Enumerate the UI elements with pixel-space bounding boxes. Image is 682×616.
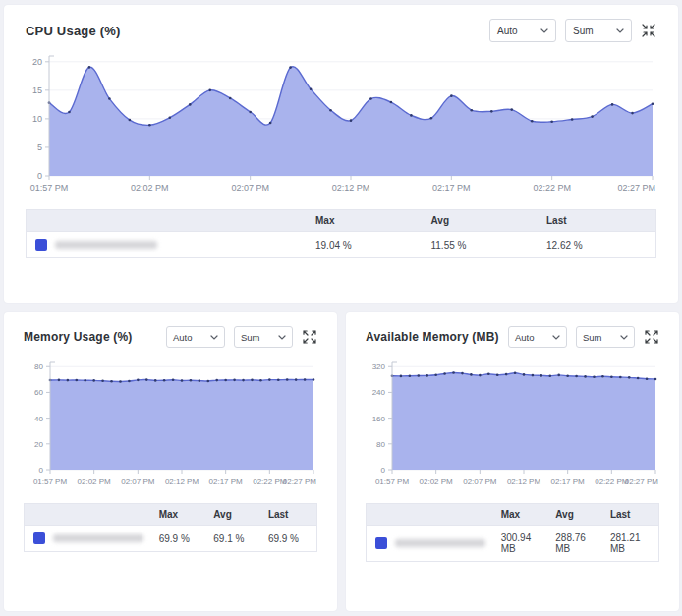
svg-text:02:02 PM: 02:02 PM bbox=[131, 183, 169, 193]
collapse-icon bbox=[642, 24, 655, 37]
expand-button[interactable] bbox=[302, 329, 317, 345]
svg-text:02:27 PM: 02:27 PM bbox=[625, 477, 659, 486]
select-value: Sum bbox=[241, 332, 260, 343]
svg-text:80: 80 bbox=[376, 440, 385, 449]
legend-series-row[interactable]: 19.04 % 11.55 % 12.62 % bbox=[27, 232, 656, 258]
panel-title: Memory Usage (%) bbox=[24, 330, 133, 344]
svg-text:10: 10 bbox=[32, 114, 42, 124]
chevron-down-icon bbox=[210, 335, 218, 340]
panel-title: Available Memory (MB) bbox=[366, 330, 499, 344]
memory-legend-table: Max Avg Last 69.9 % 69.1 % 69.9 % bbox=[24, 503, 317, 552]
svg-text:02:27 PM: 02:27 PM bbox=[283, 477, 317, 486]
svg-text:02:27 PM: 02:27 PM bbox=[617, 183, 655, 193]
svg-text:20: 20 bbox=[34, 440, 43, 449]
svg-text:15: 15 bbox=[32, 85, 42, 95]
legend-max-value: 300.94 MB bbox=[495, 526, 550, 562]
legend-last-value: 12.62 % bbox=[540, 232, 656, 258]
legend-last-value: 281.21 MB bbox=[604, 526, 659, 562]
aggregation-select[interactable]: Sum bbox=[234, 326, 293, 348]
legend-header-row: Max Avg Last bbox=[25, 504, 317, 526]
svg-text:01:57 PM: 01:57 PM bbox=[30, 183, 69, 193]
cpu-usage-panel: CPU Usage (%) Auto Sum 0510152001:57 PM0… bbox=[4, 5, 678, 303]
legend-header-row: Max Avg Last bbox=[367, 504, 659, 526]
legend-header-avg: Avg bbox=[549, 504, 604, 526]
legend-series-row[interactable]: 69.9 % 69.1 % 69.9 % bbox=[25, 526, 317, 552]
memory-panel-header: Memory Usage (%) Auto Sum bbox=[24, 326, 317, 348]
available-memory-area-chart[interactable]: 08016024032001:57 PM02:02 PM02:07 PM02:1… bbox=[366, 354, 659, 491]
svg-text:02:22 PM: 02:22 PM bbox=[533, 183, 571, 193]
select-value: Auto bbox=[515, 332, 535, 343]
time-range-select[interactable]: Auto bbox=[508, 326, 567, 348]
chevron-down-icon bbox=[620, 335, 628, 340]
cpu-usage-area-chart[interactable]: 0510152001:57 PM02:02 PM02:07 PM02:12 PM… bbox=[26, 48, 656, 197]
legend-header-last: Last bbox=[604, 504, 659, 526]
cpu-legend-table: Max Avg Last 19.04 % 11.55 % 12.62 % bbox=[26, 209, 656, 258]
svg-text:02:02 PM: 02:02 PM bbox=[420, 477, 454, 486]
legend-series-row[interactable]: 300.94 MB 288.76 MB 281.21 MB bbox=[367, 526, 659, 562]
svg-text:01:57 PM: 01:57 PM bbox=[33, 477, 68, 486]
legend-max-value: 19.04 % bbox=[310, 232, 426, 258]
svg-text:02:22 PM: 02:22 PM bbox=[253, 477, 287, 486]
svg-text:40: 40 bbox=[34, 415, 43, 423]
expand-button[interactable] bbox=[644, 329, 659, 345]
collapse-button[interactable] bbox=[641, 23, 656, 38]
series-name-redacted bbox=[395, 539, 485, 547]
svg-text:5: 5 bbox=[37, 142, 42, 152]
series-color-swatch bbox=[375, 537, 387, 549]
series-color-swatch bbox=[33, 532, 45, 544]
select-value: Sum bbox=[583, 332, 602, 343]
legend-header-avg: Avg bbox=[207, 504, 262, 526]
legend-avg-value: 11.55 % bbox=[425, 232, 540, 258]
svg-text:20: 20 bbox=[32, 57, 42, 67]
legend-header-series bbox=[25, 504, 153, 526]
svg-text:240: 240 bbox=[372, 388, 386, 397]
legend-header-max: Max bbox=[153, 504, 208, 526]
aggregation-select[interactable]: Sum bbox=[565, 19, 632, 42]
svg-text:02:12 PM: 02:12 PM bbox=[332, 183, 370, 193]
available-memory-panel: Available Memory (MB) Auto Sum 080160240… bbox=[346, 312, 679, 611]
legend-header-max: Max bbox=[495, 504, 550, 526]
select-value: Auto bbox=[173, 332, 193, 343]
legend-avg-value: 69.1 % bbox=[207, 526, 262, 552]
time-range-select[interactable]: Auto bbox=[166, 326, 225, 348]
svg-text:160: 160 bbox=[372, 415, 386, 423]
legend-header-series bbox=[27, 210, 310, 232]
aggregation-select[interactable]: Sum bbox=[576, 326, 635, 348]
svg-text:80: 80 bbox=[34, 363, 43, 371]
svg-text:02:07 PM: 02:07 PM bbox=[121, 477, 155, 486]
svg-text:02:12 PM: 02:12 PM bbox=[507, 477, 541, 486]
svg-text:02:02 PM: 02:02 PM bbox=[78, 477, 112, 486]
cpu-panel-header: CPU Usage (%) Auto Sum bbox=[26, 19, 656, 42]
svg-text:320: 320 bbox=[372, 363, 386, 371]
legend-avg-value: 288.76 MB bbox=[549, 526, 604, 562]
available-memory-panel-header: Available Memory (MB) Auto Sum bbox=[366, 326, 659, 348]
legend-header-last: Last bbox=[540, 210, 656, 232]
legend-header-max: Max bbox=[310, 210, 426, 232]
legend-max-value: 69.9 % bbox=[153, 526, 208, 552]
select-value: Auto bbox=[497, 26, 518, 36]
series-name-redacted bbox=[53, 534, 143, 542]
expand-icon bbox=[303, 330, 316, 344]
chevron-down-icon bbox=[278, 335, 286, 340]
svg-text:60: 60 bbox=[34, 388, 43, 397]
expand-icon bbox=[645, 330, 658, 344]
svg-text:0: 0 bbox=[381, 466, 386, 475]
svg-text:0: 0 bbox=[39, 466, 44, 475]
memory-usage-area-chart[interactable]: 02040608001:57 PM02:02 PM02:07 PM02:12 P… bbox=[24, 354, 317, 491]
svg-text:0: 0 bbox=[37, 171, 42, 181]
svg-text:02:12 PM: 02:12 PM bbox=[165, 477, 199, 486]
svg-text:02:07 PM: 02:07 PM bbox=[231, 183, 269, 193]
svg-text:02:22 PM: 02:22 PM bbox=[595, 477, 629, 486]
legend-header-row: Max Avg Last bbox=[27, 210, 656, 232]
svg-text:01:57 PM: 01:57 PM bbox=[375, 477, 410, 486]
chevron-down-icon bbox=[540, 28, 548, 33]
legend-header-avg: Avg bbox=[425, 210, 540, 232]
chevron-down-icon bbox=[616, 28, 624, 33]
legend-last-value: 69.9 % bbox=[262, 526, 317, 552]
svg-text:02:17 PM: 02:17 PM bbox=[209, 477, 244, 486]
series-color-swatch bbox=[35, 239, 47, 251]
time-range-select[interactable]: Auto bbox=[489, 19, 556, 42]
chevron-down-icon bbox=[552, 335, 560, 340]
svg-text:02:17 PM: 02:17 PM bbox=[551, 477, 586, 486]
legend-header-series bbox=[367, 504, 495, 526]
